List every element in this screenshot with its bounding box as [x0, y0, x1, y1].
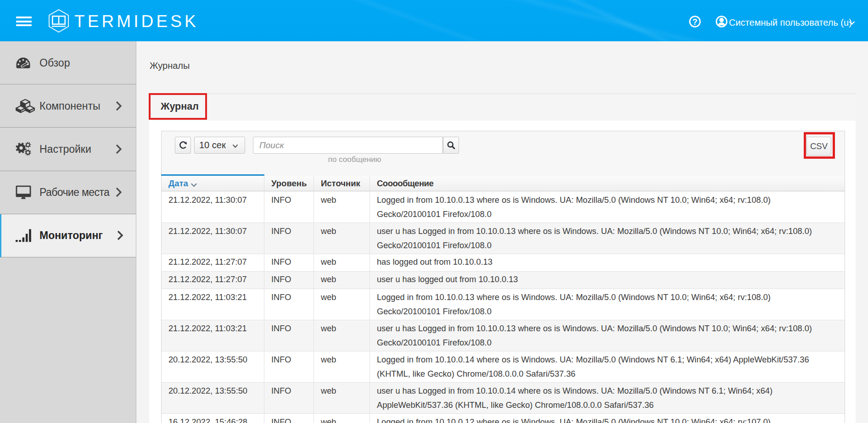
- svg-text:?: ?: [693, 17, 698, 27]
